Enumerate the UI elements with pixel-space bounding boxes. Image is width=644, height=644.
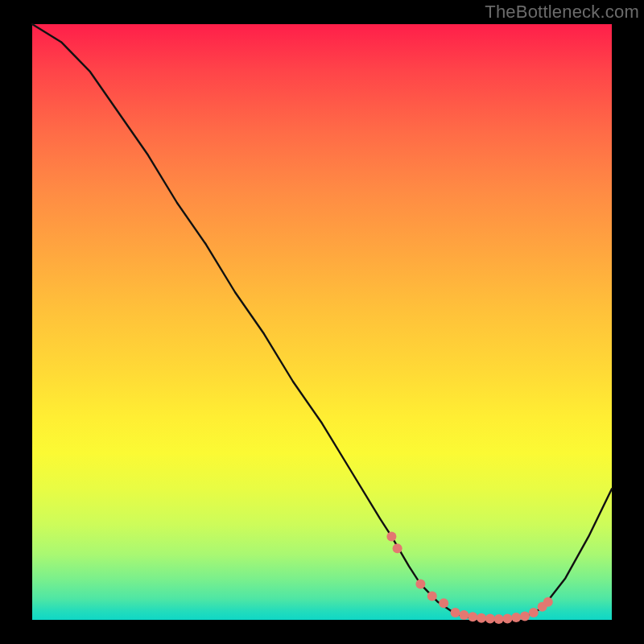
highlight-dot — [415, 580, 425, 589]
watermark-label: TheBottleneck.com — [485, 2, 639, 23]
highlight-dot — [386, 531, 396, 541]
highlight-dot — [459, 610, 469, 620]
highlight-dot — [494, 614, 504, 624]
plot-area — [32, 24, 612, 620]
highlight-dots-group — [386, 531, 552, 624]
highlight-dot — [511, 613, 521, 622]
highlight-dot — [529, 608, 539, 617]
highlight-dot — [520, 612, 530, 621]
highlight-dot — [439, 598, 448, 608]
highlight-dot — [502, 614, 512, 624]
highlight-dot — [485, 614, 495, 624]
highlight-dot — [543, 597, 553, 607]
chart-frame: TheBottleneck.com — [0, 0, 644, 644]
highlight-dot — [451, 608, 460, 617]
bottleneck-curve — [32, 24, 612, 619]
highlight-dot — [477, 613, 486, 623]
bottleneck-curve-svg — [32, 24, 612, 620]
highlight-dot — [468, 612, 477, 621]
highlight-dot — [427, 591, 437, 601]
highlight-dot — [393, 543, 402, 553]
